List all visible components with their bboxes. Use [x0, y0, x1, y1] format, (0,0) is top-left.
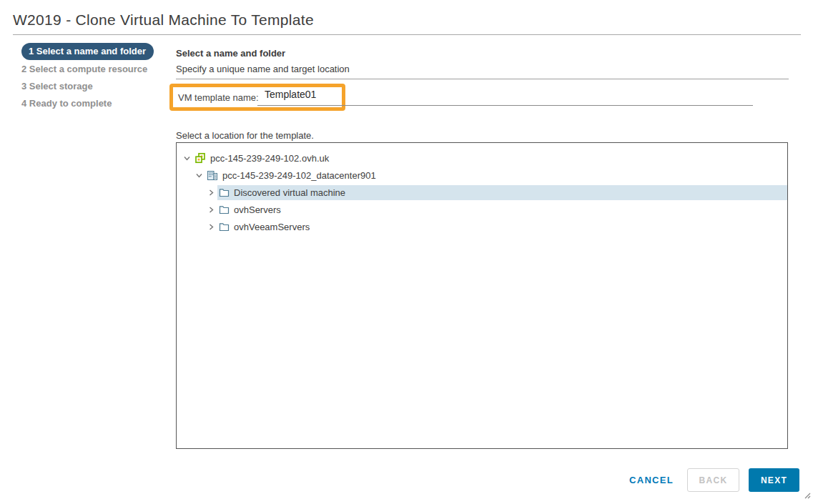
input-underline — [257, 105, 753, 106]
tree-row: ovhVeeamServers — [177, 218, 787, 235]
chevron-right-icon[interactable] — [207, 222, 216, 232]
chevron-down-icon[interactable] — [194, 171, 204, 180]
wizard-step-nav: 1 Select a name and folder 2 Select a co… — [21, 43, 154, 112]
chevron-down-icon[interactable] — [182, 154, 192, 163]
tree-node-vcenter[interactable]: pcc-145-239-249-102.ovh.uk — [193, 151, 787, 166]
tree-node-discovered-vm-folder[interactable]: Discovered virtual machine — [217, 185, 787, 200]
location-section-label: Select a location for the template. — [176, 130, 314, 141]
resize-grip-icon[interactable] — [803, 489, 811, 502]
step-1-select-name-folder[interactable]: 1 Select a name and folder — [21, 43, 154, 60]
tree-row: ovhServers — [177, 201, 787, 218]
active-step-pill: 1 Select a name and folder — [21, 43, 154, 60]
vm-template-name-label: VM template name: — [178, 92, 259, 103]
wizard-title: W2019 - Clone Virtual Machine To Templat… — [13, 11, 314, 29]
page-subheading: Specify a unique name and target locatio… — [176, 64, 350, 74]
folder-icon — [219, 205, 230, 214]
step-2-select-compute-resource[interactable]: 2 Select a compute resource — [21, 60, 154, 77]
tree-node-datacenter[interactable]: pcc-145-239-249-102_datacenter901 — [205, 168, 787, 183]
clone-vm-wizard-dialog: { "window": { "title": "W2019 - Clone Vi… — [0, 0, 813, 504]
tree-row: Discovered virtual machine — [177, 184, 787, 201]
back-button[interactable]: BACK — [687, 468, 739, 492]
chevron-right-icon[interactable] — [207, 205, 216, 214]
section-divider — [176, 79, 789, 79]
tree-node-ovhservers-folder[interactable]: ovhServers — [217, 202, 787, 217]
step-4-ready-to-complete[interactable]: 4 Ready to complete — [21, 94, 154, 112]
folder-icon — [219, 188, 230, 197]
tree-node-label: ovhVeeamServers — [234, 222, 310, 232]
step-3-select-storage[interactable]: 3 Select storage — [21, 77, 154, 94]
chevron-right-icon[interactable] — [207, 188, 216, 197]
title-divider — [13, 34, 801, 35]
tree-node-label: pcc-145-239-249-102_datacenter901 — [222, 170, 376, 181]
cancel-button[interactable]: CANCEL — [629, 475, 674, 485]
datacenter-icon — [207, 170, 218, 181]
page-heading: Select a name and folder — [176, 48, 285, 59]
tree-node-ovhveeamservers-folder[interactable]: ovhVeeamServers — [217, 219, 787, 234]
folder-icon — [219, 222, 230, 232]
template-location-tree: pcc-145-239-249-102.ovh.uk pcc-145-239-2 — [176, 142, 788, 449]
vm-template-name-input[interactable] — [265, 89, 340, 100]
tree-node-label: pcc-145-239-249-102.ovh.uk — [210, 153, 329, 164]
tree-node-label: Discovered virtual machine — [234, 187, 345, 198]
vcenter-icon — [194, 152, 206, 164]
tree-node-label: ovhServers — [234, 204, 281, 215]
tree-row: pcc-145-239-249-102.ovh.uk — [177, 149, 787, 167]
tree-row: pcc-145-239-249-102_datacenter901 — [177, 167, 787, 184]
next-button[interactable]: NEXT — [749, 468, 799, 492]
